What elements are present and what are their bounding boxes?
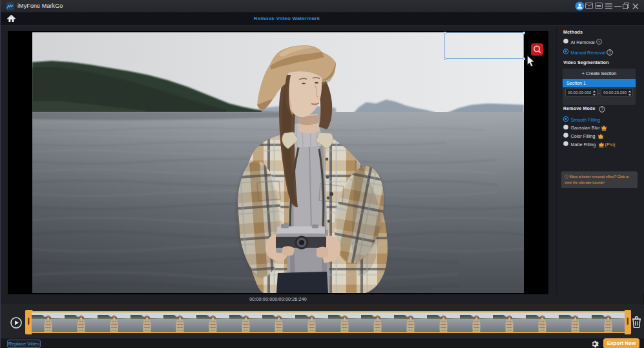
- svg-text:?: ?: [608, 50, 611, 54]
- svg-text:?: ?: [601, 107, 603, 111]
- svg-text:?: ?: [598, 40, 601, 44]
